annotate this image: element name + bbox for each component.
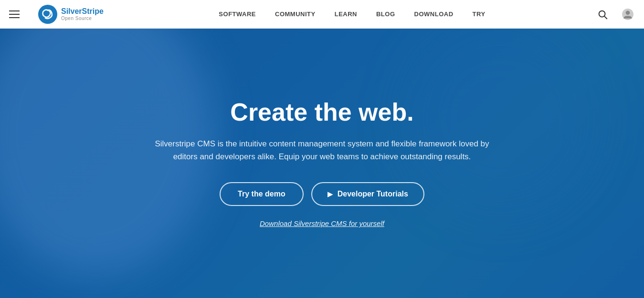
logo-name: SilverStripe <box>61 7 104 16</box>
logo-icon <box>38 5 57 24</box>
logo-text: SilverStripe Open Source <box>61 7 104 21</box>
hero-subtitle: Silverstripe CMS is the intuitive conten… <box>153 137 492 163</box>
logo-area[interactable]: SilverStripe Open Source <box>29 5 113 24</box>
download-link[interactable]: Download Silverstripe CMS for yourself <box>260 219 384 227</box>
user-icon <box>622 8 634 21</box>
hero-content: Create the web. Silverstripe CMS is the … <box>143 99 501 228</box>
svg-point-0 <box>38 5 57 24</box>
nav-item-try[interactable]: TRY <box>473 10 486 18</box>
nav-item-download[interactable]: DOWNLOAD <box>414 10 454 18</box>
header-actions <box>591 3 644 26</box>
search-icon <box>597 9 608 20</box>
developer-tutorials-label: Developer Tutorials <box>338 190 408 198</box>
hamburger-button[interactable] <box>0 0 29 29</box>
svg-point-4 <box>626 10 630 15</box>
hero-title: Create the web. <box>153 99 492 126</box>
nav-item-blog[interactable]: BLOG <box>376 10 395 18</box>
search-button[interactable] <box>591 3 614 26</box>
try-demo-button[interactable]: Try the demo <box>220 182 304 206</box>
hero-content-wrapper: Create the web. Silverstripe CMS is the … <box>0 0 644 298</box>
hero-buttons: Try the demo ▶ Developer Tutorials <box>153 182 492 206</box>
hamburger-icon <box>9 10 20 18</box>
svg-line-2 <box>604 16 607 19</box>
nav-item-community[interactable]: COMMUNITY <box>275 10 316 18</box>
nav-item-learn[interactable]: LEARN <box>335 10 357 18</box>
nav-item-software[interactable]: SOFTWARE <box>219 10 256 18</box>
user-button[interactable] <box>616 3 639 26</box>
main-header: SilverStripe Open Source SOFTWARE COMMUN… <box>0 0 644 29</box>
main-nav: SOFTWARE COMMUNITY LEARN BLOG DOWNLOAD T… <box>113 10 591 18</box>
developer-tutorials-button[interactable]: ▶ Developer Tutorials <box>311 182 424 206</box>
logo-sub: Open Source <box>61 16 104 21</box>
video-icon: ▶ <box>327 190 333 198</box>
